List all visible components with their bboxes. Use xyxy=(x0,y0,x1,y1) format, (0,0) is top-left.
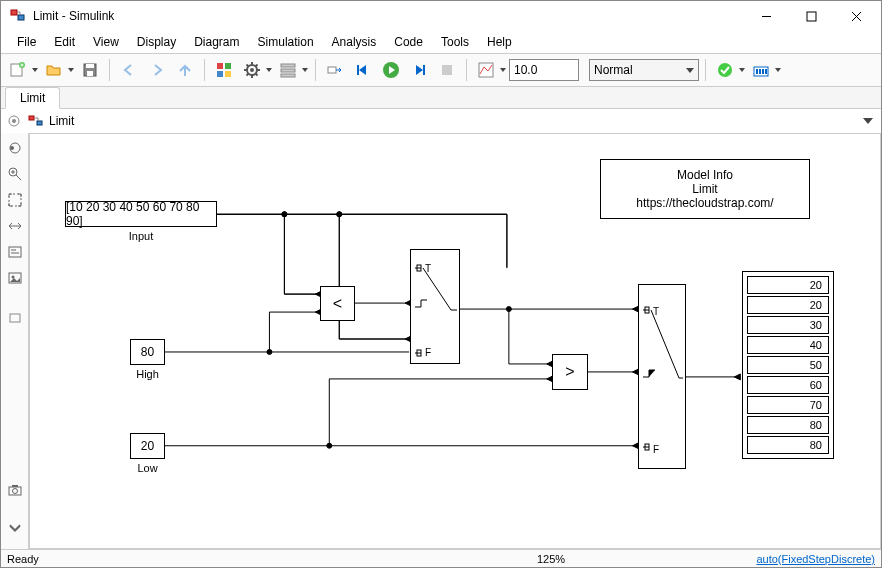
display-cell: 80 xyxy=(747,436,829,454)
annotation-icon[interactable] xyxy=(4,241,26,263)
block-switch2[interactable]: T F xyxy=(638,284,686,469)
hide-browser-icon[interactable] xyxy=(4,137,26,159)
status-zoom: 125% xyxy=(387,553,715,565)
block-input-label: Input xyxy=(65,230,217,242)
status-bar: Ready 125% auto(FixedStepDiscrete) xyxy=(1,549,881,567)
stop-time-input[interactable] xyxy=(509,59,579,81)
block-high[interactable]: 80 xyxy=(130,339,165,365)
build-button[interactable] xyxy=(712,57,738,83)
svg-point-48 xyxy=(267,349,272,354)
menu-analysis[interactable]: Analysis xyxy=(324,33,385,51)
svg-text:T: T xyxy=(653,306,659,317)
block-model-info[interactable]: Model Info Limit https://thecloudstrap.c… xyxy=(600,159,810,219)
breadcrumb-dropdown[interactable] xyxy=(859,112,877,130)
block-compare1[interactable]: < xyxy=(320,286,355,321)
block-input-value: [10 20 30 40 50 60 70 80 90] xyxy=(66,200,216,228)
block-input[interactable]: [10 20 30 40 50 60 70 80 90] xyxy=(65,201,217,227)
mode-label: Normal xyxy=(594,63,633,77)
display-cell: 40 xyxy=(747,336,829,354)
menu-view[interactable]: View xyxy=(85,33,127,51)
svg-rect-21 xyxy=(442,65,452,75)
new-dropdown[interactable] xyxy=(31,68,39,72)
update-diagram-button[interactable] xyxy=(322,57,348,83)
status-solver[interactable]: auto(FixedStepDiscrete) xyxy=(715,553,875,565)
maximize-button[interactable] xyxy=(789,2,834,30)
stop-button[interactable] xyxy=(434,57,460,83)
area-icon[interactable] xyxy=(4,307,26,329)
simulation-mode-select[interactable]: Normal xyxy=(589,59,699,81)
toggle-perspective-icon[interactable] xyxy=(4,215,26,237)
svg-rect-0 xyxy=(11,10,17,15)
svg-point-47 xyxy=(337,212,342,217)
menu-file[interactable]: File xyxy=(9,33,44,51)
new-model-button[interactable] xyxy=(5,57,31,83)
up-button[interactable] xyxy=(172,57,198,83)
deploy-button[interactable] xyxy=(748,57,774,83)
menu-simulation[interactable]: Simulation xyxy=(250,33,322,51)
svg-rect-27 xyxy=(762,69,764,74)
display-cell: 70 xyxy=(747,396,829,414)
svg-point-13 xyxy=(250,68,254,72)
svg-rect-16 xyxy=(281,74,295,77)
menu-bar: File Edit View Display Diagram Simulatio… xyxy=(1,31,881,53)
status-ready: Ready xyxy=(7,553,387,565)
save-button[interactable] xyxy=(77,57,103,83)
menu-code[interactable]: Code xyxy=(386,33,431,51)
step-back-button[interactable] xyxy=(350,57,376,83)
open-dropdown[interactable] xyxy=(67,68,75,72)
modelinfo-name: Limit xyxy=(609,182,801,196)
svg-point-30 xyxy=(12,119,16,123)
svg-rect-10 xyxy=(217,71,223,77)
model-icon[interactable] xyxy=(27,112,45,130)
forward-button[interactable] xyxy=(144,57,170,83)
run-button[interactable] xyxy=(378,57,404,83)
svg-point-45 xyxy=(337,212,342,217)
open-button[interactable] xyxy=(41,57,67,83)
svg-rect-31 xyxy=(29,116,34,120)
display-cell: 30 xyxy=(747,316,829,334)
screenshot-icon[interactable] xyxy=(4,479,26,501)
app-icon xyxy=(9,7,27,25)
workspace: [10 20 30 40 50 60 70 80 90] Input 80 Hi… xyxy=(1,133,881,549)
config-dropdown[interactable] xyxy=(265,68,273,72)
menu-diagram[interactable]: Diagram xyxy=(186,33,247,51)
zoom-icon[interactable] xyxy=(4,163,26,185)
toolbar: Normal xyxy=(1,53,881,87)
model-config-button[interactable] xyxy=(239,57,265,83)
fit-view-icon[interactable] xyxy=(4,189,26,211)
menu-tools[interactable]: Tools xyxy=(433,33,477,51)
minimize-button[interactable] xyxy=(744,2,789,30)
svg-rect-40 xyxy=(10,314,20,322)
menu-display[interactable]: Display xyxy=(129,33,184,51)
block-low[interactable]: 20 xyxy=(130,433,165,459)
nav-toggle-icon[interactable] xyxy=(5,112,23,130)
block-display[interactable]: 20 20 30 40 50 60 70 80 80 xyxy=(742,271,834,459)
step-forward-button[interactable] xyxy=(406,57,432,83)
tab-limit[interactable]: Limit xyxy=(5,87,60,109)
title-bar: Limit - Simulink xyxy=(1,1,881,31)
close-button[interactable] xyxy=(834,2,879,30)
build-dropdown[interactable] xyxy=(738,68,746,72)
explorer-dropdown[interactable] xyxy=(301,68,309,72)
svg-point-23 xyxy=(718,63,732,77)
model-explorer-button[interactable] xyxy=(275,57,301,83)
deploy-dropdown[interactable] xyxy=(774,68,782,72)
menu-help[interactable]: Help xyxy=(479,33,520,51)
window-title: Limit - Simulink xyxy=(33,9,744,23)
menu-edit[interactable]: Edit xyxy=(46,33,83,51)
display-cell: 60 xyxy=(747,376,829,394)
inspector-dropdown[interactable] xyxy=(499,68,507,72)
back-button[interactable] xyxy=(116,57,142,83)
image-icon[interactable] xyxy=(4,267,26,289)
block-compare2[interactable]: > xyxy=(552,354,588,390)
block-switch1[interactable]: T F xyxy=(410,249,460,364)
tab-bar: Limit xyxy=(1,87,881,109)
canvas[interactable]: [10 20 30 40 50 60 70 80 90] Input 80 Hi… xyxy=(29,133,881,549)
svg-point-34 xyxy=(10,146,14,150)
breadcrumb-model[interactable]: Limit xyxy=(49,114,855,128)
expand-icon[interactable] xyxy=(4,517,26,539)
svg-rect-22 xyxy=(479,63,493,77)
data-inspector-button[interactable] xyxy=(473,57,499,83)
modelinfo-title: Model Info xyxy=(609,168,801,182)
library-browser-button[interactable] xyxy=(211,57,237,83)
